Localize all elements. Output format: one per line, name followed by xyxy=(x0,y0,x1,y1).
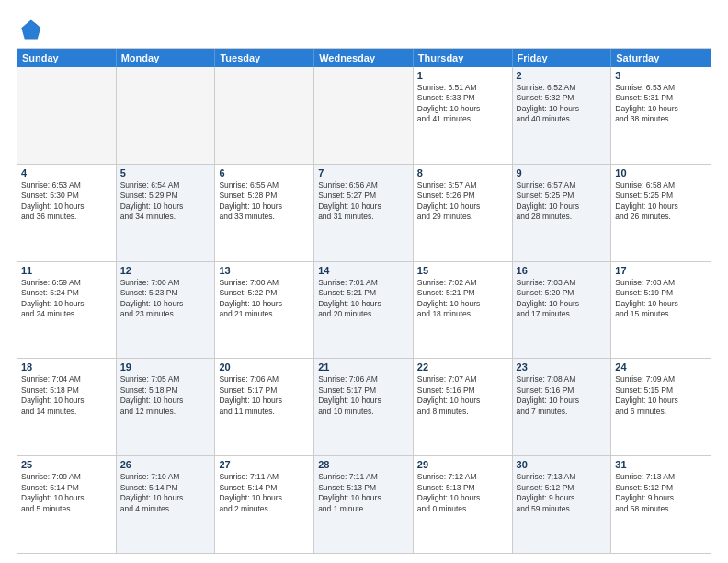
day-info: Sunrise: 7:06 AM Sunset: 5:17 PM Dayligh… xyxy=(318,374,409,417)
day-info: Sunrise: 7:11 AM Sunset: 5:13 PM Dayligh… xyxy=(318,472,409,514)
day-info: Sunrise: 6:56 AM Sunset: 5:27 PM Dayligh… xyxy=(318,180,409,223)
day-number: 20 xyxy=(219,362,310,373)
day-info: Sunrise: 7:06 AM Sunset: 5:17 PM Dayligh… xyxy=(219,374,310,417)
cal-cell-1-6: 10Sunrise: 6:58 AM Sunset: 5:25 PM Dayli… xyxy=(611,165,711,261)
day-number: 6 xyxy=(219,167,310,178)
day-info: Sunrise: 6:52 AM Sunset: 5:32 PM Dayligh… xyxy=(517,83,608,125)
day-number: 25 xyxy=(21,459,112,470)
day-number: 30 xyxy=(517,459,608,470)
cal-cell-3-5: 23Sunrise: 7:08 AM Sunset: 5:16 PM Dayli… xyxy=(513,359,612,455)
cal-cell-1-5: 9Sunrise: 6:57 AM Sunset: 5:25 PM Daylig… xyxy=(513,165,612,261)
day-number: 16 xyxy=(517,265,608,276)
day-info: Sunrise: 6:54 AM Sunset: 5:29 PM Dayligh… xyxy=(120,180,211,223)
day-info: Sunrise: 7:04 AM Sunset: 5:18 PM Dayligh… xyxy=(21,374,112,417)
day-info: Sunrise: 7:03 AM Sunset: 5:19 PM Dayligh… xyxy=(615,278,707,320)
day-number: 22 xyxy=(417,362,508,373)
cal-cell-2-4: 15Sunrise: 7:02 AM Sunset: 5:21 PM Dayli… xyxy=(414,262,513,359)
day-info: Sunrise: 6:55 AM Sunset: 5:28 PM Dayligh… xyxy=(219,180,310,223)
cal-cell-4-1: 26Sunrise: 7:10 AM Sunset: 5:14 PM Dayli… xyxy=(117,456,216,553)
day-info: Sunrise: 7:13 AM Sunset: 5:12 PM Dayligh… xyxy=(615,472,707,514)
cal-cell-1-3: 7Sunrise: 6:56 AM Sunset: 5:27 PM Daylig… xyxy=(314,165,414,261)
day-info: Sunrise: 7:00 AM Sunset: 5:23 PM Dayligh… xyxy=(120,278,211,320)
day-number: 31 xyxy=(615,459,707,470)
day-info: Sunrise: 7:10 AM Sunset: 5:14 PM Dayligh… xyxy=(120,472,211,514)
cal-cell-2-1: 12Sunrise: 7:00 AM Sunset: 5:23 PM Dayli… xyxy=(117,262,216,359)
cal-row-4: 25Sunrise: 7:09 AM Sunset: 5:14 PM Dayli… xyxy=(17,455,711,553)
cal-row-2: 11Sunrise: 6:59 AM Sunset: 5:24 PM Dayli… xyxy=(17,261,711,359)
header-day-sunday: Sunday xyxy=(17,49,117,67)
header-day-saturday: Saturday xyxy=(611,49,711,67)
day-number: 7 xyxy=(318,167,409,178)
cal-cell-3-4: 22Sunrise: 7:07 AM Sunset: 5:16 PM Dayli… xyxy=(414,359,513,455)
day-number: 14 xyxy=(318,265,409,276)
calendar-body: 1Sunrise: 6:51 AM Sunset: 5:33 PM Daylig… xyxy=(17,67,711,553)
cal-row-1: 4Sunrise: 6:53 AM Sunset: 5:30 PM Daylig… xyxy=(17,164,711,261)
cal-cell-2-5: 16Sunrise: 7:03 AM Sunset: 5:20 PM Dayli… xyxy=(513,262,612,359)
day-number: 26 xyxy=(120,459,211,470)
day-info: Sunrise: 7:13 AM Sunset: 5:12 PM Dayligh… xyxy=(517,472,608,514)
day-info: Sunrise: 7:08 AM Sunset: 5:16 PM Dayligh… xyxy=(517,374,608,417)
day-number: 3 xyxy=(615,70,707,81)
day-number: 28 xyxy=(318,459,409,470)
logo xyxy=(17,17,46,42)
cal-cell-0-0 xyxy=(17,67,117,164)
cal-cell-0-4: 1Sunrise: 6:51 AM Sunset: 5:33 PM Daylig… xyxy=(414,67,513,164)
day-number: 17 xyxy=(615,265,707,276)
day-info: Sunrise: 7:09 AM Sunset: 5:15 PM Dayligh… xyxy=(615,374,707,417)
day-number: 4 xyxy=(21,167,112,178)
cal-cell-0-5: 2Sunrise: 6:52 AM Sunset: 5:32 PM Daylig… xyxy=(513,67,612,164)
header-day-wednesday: Wednesday xyxy=(314,49,414,67)
day-number: 12 xyxy=(120,265,211,276)
day-info: Sunrise: 7:01 AM Sunset: 5:21 PM Dayligh… xyxy=(318,278,409,320)
day-number: 21 xyxy=(318,362,409,373)
cal-row-3: 18Sunrise: 7:04 AM Sunset: 5:18 PM Dayli… xyxy=(17,358,711,455)
day-number: 27 xyxy=(219,459,310,470)
cal-cell-2-6: 17Sunrise: 7:03 AM Sunset: 5:19 PM Dayli… xyxy=(611,262,711,359)
header xyxy=(17,17,711,42)
day-number: 23 xyxy=(517,362,608,373)
cal-cell-4-5: 30Sunrise: 7:13 AM Sunset: 5:12 PM Dayli… xyxy=(513,456,612,553)
calendar: SundayMondayTuesdayWednesdayThursdayFrid… xyxy=(17,48,711,554)
day-info: Sunrise: 7:03 AM Sunset: 5:20 PM Dayligh… xyxy=(517,278,608,320)
day-info: Sunrise: 6:53 AM Sunset: 5:31 PM Dayligh… xyxy=(615,83,707,125)
cal-cell-1-2: 6Sunrise: 6:55 AM Sunset: 5:28 PM Daylig… xyxy=(215,165,314,261)
logo-icon xyxy=(17,17,42,42)
cal-cell-3-3: 21Sunrise: 7:06 AM Sunset: 5:17 PM Dayli… xyxy=(314,359,414,455)
day-info: Sunrise: 6:57 AM Sunset: 5:26 PM Dayligh… xyxy=(417,180,508,223)
day-number: 19 xyxy=(120,362,211,373)
cal-cell-3-0: 18Sunrise: 7:04 AM Sunset: 5:18 PM Dayli… xyxy=(17,359,117,455)
day-number: 11 xyxy=(21,265,112,276)
day-number: 8 xyxy=(417,167,508,178)
cal-cell-4-6: 31Sunrise: 7:13 AM Sunset: 5:12 PM Dayli… xyxy=(611,456,711,553)
day-info: Sunrise: 7:00 AM Sunset: 5:22 PM Dayligh… xyxy=(219,278,310,320)
day-number: 18 xyxy=(21,362,112,373)
cal-cell-0-1 xyxy=(117,67,216,164)
header-day-tuesday: Tuesday xyxy=(215,49,314,67)
svg-marker-0 xyxy=(21,20,40,40)
day-number: 24 xyxy=(615,362,707,373)
day-number: 5 xyxy=(120,167,211,178)
day-number: 1 xyxy=(417,70,508,81)
day-info: Sunrise: 7:12 AM Sunset: 5:13 PM Dayligh… xyxy=(417,472,508,514)
cal-cell-3-1: 19Sunrise: 7:05 AM Sunset: 5:18 PM Dayli… xyxy=(117,359,216,455)
cal-cell-1-1: 5Sunrise: 6:54 AM Sunset: 5:29 PM Daylig… xyxy=(117,165,216,261)
cal-cell-1-4: 8Sunrise: 6:57 AM Sunset: 5:26 PM Daylig… xyxy=(414,165,513,261)
cal-cell-3-2: 20Sunrise: 7:06 AM Sunset: 5:17 PM Dayli… xyxy=(215,359,314,455)
cal-row-0: 1Sunrise: 6:51 AM Sunset: 5:33 PM Daylig… xyxy=(17,67,711,164)
day-number: 2 xyxy=(517,70,608,81)
day-number: 13 xyxy=(219,265,310,276)
cal-cell-4-3: 28Sunrise: 7:11 AM Sunset: 5:13 PM Dayli… xyxy=(314,456,414,553)
header-day-thursday: Thursday xyxy=(414,49,513,67)
cal-cell-0-3 xyxy=(314,67,414,164)
cal-cell-2-3: 14Sunrise: 7:01 AM Sunset: 5:21 PM Dayli… xyxy=(314,262,414,359)
day-number: 29 xyxy=(417,459,508,470)
cal-cell-0-2 xyxy=(215,67,314,164)
cal-cell-4-4: 29Sunrise: 7:12 AM Sunset: 5:13 PM Dayli… xyxy=(414,456,513,553)
header-day-friday: Friday xyxy=(513,49,612,67)
day-info: Sunrise: 7:07 AM Sunset: 5:16 PM Dayligh… xyxy=(417,374,508,417)
day-info: Sunrise: 7:11 AM Sunset: 5:14 PM Dayligh… xyxy=(219,472,310,514)
day-info: Sunrise: 6:59 AM Sunset: 5:24 PM Dayligh… xyxy=(21,278,112,320)
day-number: 15 xyxy=(417,265,508,276)
day-info: Sunrise: 6:58 AM Sunset: 5:25 PM Dayligh… xyxy=(615,180,707,223)
day-info: Sunrise: 6:57 AM Sunset: 5:25 PM Dayligh… xyxy=(517,180,608,223)
